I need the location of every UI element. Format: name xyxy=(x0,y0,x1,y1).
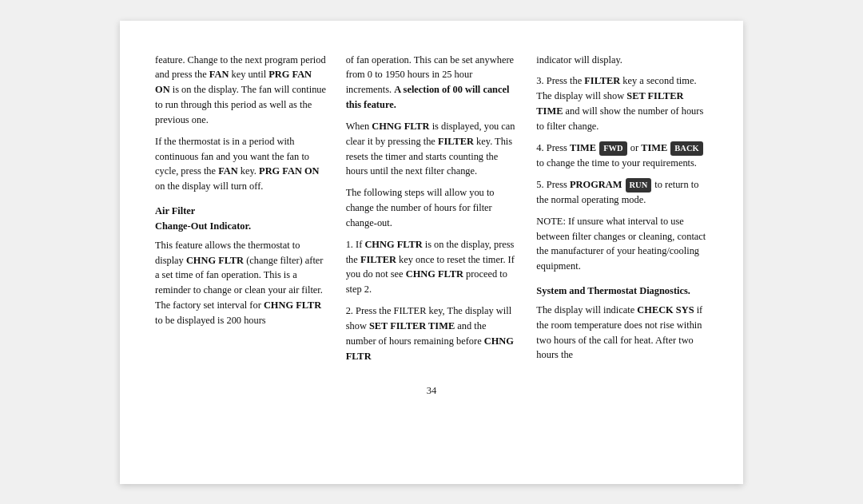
col3-p3: 4. Press TIME FWD or TIME BACK to change… xyxy=(536,141,708,171)
col1-p3: This feature allows the thermostat to di… xyxy=(155,238,327,328)
column-1: feature. Change to the next program peri… xyxy=(155,53,327,371)
col3-p2: 3. Press the FILTER key a second time. T… xyxy=(536,73,708,133)
col2-p4: 1. If CHNG FLTR is on the display, press… xyxy=(346,237,518,297)
columns-container: feature. Change to the next program peri… xyxy=(155,53,708,371)
col3-heading: System and Thermostat Diagnostics. xyxy=(536,284,708,299)
col3-p4: 5. Press PROGRAM RUN to return to the no… xyxy=(536,177,708,208)
col1-p2: If the thermostat is in a period with co… xyxy=(155,134,327,194)
column-3: indicator will display. 3. Press the FIL… xyxy=(536,53,708,371)
col2-p2: When CHNG FLTR is displayed, you can cle… xyxy=(346,119,518,179)
page: feature. Change to the next program peri… xyxy=(120,21,743,484)
col3-p1: indicator will display. xyxy=(536,53,708,68)
col2-p3: The following steps will allow you to ch… xyxy=(346,185,518,231)
col3-p5: NOTE: If unsure what interval to use bet… xyxy=(536,214,708,274)
col2-p1: of fan operation. This can be set anywhe… xyxy=(346,53,518,113)
col2-p5: 2. Press the FILTER key, The display wil… xyxy=(346,304,518,363)
col1-p1: feature. Change to the next program peri… xyxy=(155,53,327,128)
col3-p6: The display will indicate CHECK SYS if t… xyxy=(536,303,708,363)
run-badge: RUN xyxy=(626,178,652,192)
page-number: 34 xyxy=(155,385,708,397)
back-badge: BACK xyxy=(670,141,702,156)
fwd-badge: FWD xyxy=(599,141,627,156)
col1-heading: Air FilterChange-Out Indicator. xyxy=(155,204,327,234)
column-2: of fan operation. This can be set anywhe… xyxy=(346,53,518,371)
